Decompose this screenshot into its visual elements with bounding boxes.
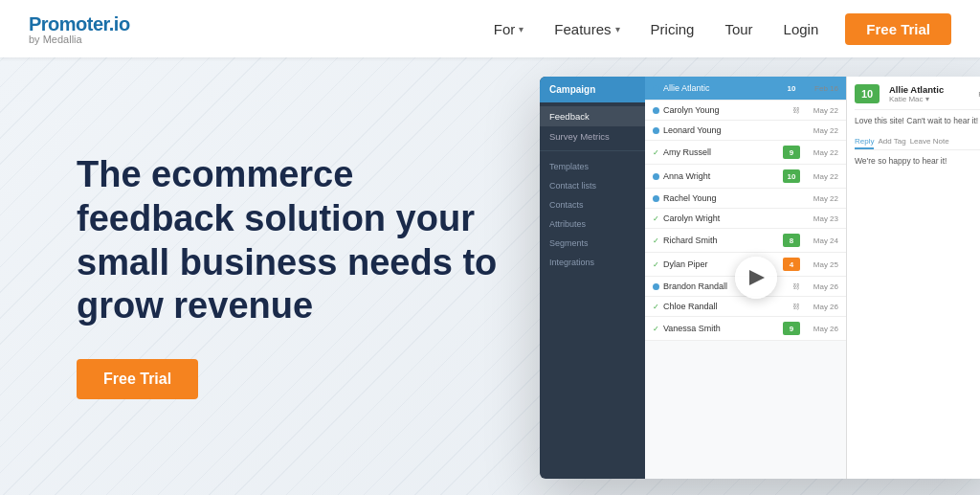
contact-name: Richard Smith — [663, 236, 779, 245]
hero-section: The ecommerce feedback solution your sma… — [0, 57, 980, 495]
app-sidebar: Campaign Feedback Survey Metrics Templat… — [540, 77, 645, 479]
sidebar-section-feedback: Feedback Survey Metrics — [540, 102, 645, 151]
contact-date: May 22 — [804, 194, 838, 203]
play-icon — [749, 270, 765, 285]
contact-dot — [653, 127, 659, 134]
logo: Promoter.io by Medallia — [29, 13, 130, 45]
contact-date: May 26 — [804, 303, 838, 311]
table-row[interactable]: Leonard Young May 22 — [645, 121, 846, 141]
chevron-down-icon: ▾ — [519, 24, 523, 34]
sidebar-link-segments[interactable]: Segments — [540, 234, 645, 253]
contact-date: May 26 — [804, 325, 838, 333]
contact-date: May 22 — [804, 172, 838, 181]
panel-contact-name: Allie Atlantic — [889, 84, 944, 95]
contact-date: May 22 — [804, 148, 838, 157]
panel-contact-sub: Katie Mac ▾ — [889, 95, 944, 103]
check-icon: ✓ — [653, 214, 659, 223]
table-row[interactable]: ✓ Carolyn Wright May 23 — [645, 209, 846, 229]
contact-date: May 24 — [804, 236, 838, 245]
contact-dot — [653, 107, 659, 114]
nav-for-label: For — [494, 21, 516, 37]
logo-name: Promoter.io — [29, 13, 130, 35]
play-button[interactable] — [735, 257, 777, 299]
contact-name: Anna Wright — [663, 171, 779, 181]
check-icon: ✓ — [653, 260, 659, 269]
nav-tour[interactable]: Tour — [713, 15, 764, 43]
contact-score: 9 — [783, 146, 800, 159]
table-row[interactable]: ✓ Amy Russell 9 May 22 — [645, 141, 846, 165]
check-icon: ✓ — [653, 325, 659, 333]
nav-for[interactable]: For ▾ — [482, 15, 536, 43]
contact-score: 10 — [783, 169, 800, 183]
nav-features-label: Features — [554, 21, 611, 37]
nav-features[interactable]: Features ▾ — [543, 15, 631, 43]
contact-name: Leonard Young — [663, 125, 800, 135]
sidebar-header: Campaign — [540, 77, 645, 102]
tab-leave-note[interactable]: Leave Note — [910, 135, 949, 149]
nav-login-label: Login — [784, 21, 819, 37]
contact-date: May 26 — [804, 282, 838, 291]
header-name: Allie Atlantic — [663, 83, 779, 93]
contact-dot — [653, 173, 659, 180]
contact-icons: ⛓ — [792, 282, 800, 291]
panel-reply-text: We're so happy to hear it! — [855, 156, 980, 166]
contact-date: May 22 — [804, 126, 838, 135]
contact-list-header: Allie Atlantic 10 Feb 16 — [645, 77, 846, 101]
contact-date: May 25 — [804, 260, 838, 269]
contact-score: 8 — [783, 234, 800, 247]
nav-free-trial-button[interactable]: Free Trial — [845, 13, 951, 45]
table-row[interactable]: Rachel Young May 22 — [645, 189, 846, 209]
panel-tabs: Reply Add Tag Leave Note — [855, 135, 980, 150]
contact-dot — [653, 283, 659, 290]
table-row[interactable]: ✓ Chloe Randall ⛓ May 26 — [645, 297, 846, 317]
sidebar-item-survey-metrics[interactable]: Survey Metrics — [540, 126, 645, 146]
contact-icons: ⛓ — [792, 106, 800, 115]
sidebar-link-templates[interactable]: Templates — [540, 157, 645, 176]
sidebar-link-integrations[interactable]: Integrations — [540, 253, 645, 272]
sidebar-link-contact-lists[interactable]: Contact lists — [540, 176, 645, 195]
nav-tour-label: Tour — [724, 21, 752, 37]
panel-message: Love this site! Can't wait to hear it! — [855, 116, 980, 127]
main-nav: For ▾ Features ▾ Pricing Tour Login Free… — [482, 13, 951, 45]
contact-dot — [653, 195, 659, 202]
hero-free-trial-button[interactable]: Free Trial — [77, 359, 198, 399]
contact-score: 9 — [783, 322, 800, 335]
header: Promoter.io by Medallia For ▾ Features ▾… — [0, 0, 980, 57]
header-dot — [653, 85, 659, 92]
sidebar-link-attributes[interactable]: Attributes — [540, 214, 645, 234]
chevron-down-icon: ▾ — [615, 24, 620, 34]
contact-icons: ⛓ — [792, 303, 800, 311]
hero-content: The ecommerce feedback solution your sma… — [77, 153, 498, 398]
contact-date: May 23 — [804, 214, 838, 223]
table-row[interactable]: ✓ Vanessa Smith 9 May 26 — [645, 317, 846, 341]
logo-sub: by Medallia — [29, 34, 82, 45]
contact-name: Amy Russell — [663, 147, 779, 157]
contact-name: Rachel Young — [663, 193, 800, 203]
check-icon: ✓ — [653, 303, 659, 311]
sidebar-item-feedback[interactable]: Feedback — [540, 106, 645, 126]
tab-reply[interactable]: Reply — [855, 135, 874, 149]
table-row[interactable]: Anna Wright 10 May 22 — [645, 165, 846, 189]
contact-name: Carolyn Wright — [663, 214, 800, 223]
hero-title: The ecommerce feedback solution your sma… — [77, 153, 498, 327]
app-screenshot: Campaign Feedback Survey Metrics Templat… — [540, 77, 980, 479]
contact-date: May 22 — [804, 106, 838, 115]
tab-add-tag[interactable]: Add Tag — [878, 135, 905, 149]
check-icon: ✓ — [653, 236, 659, 245]
nav-pricing[interactable]: Pricing — [639, 15, 706, 43]
table-row[interactable]: Carolyn Young ⛓ May 22 — [645, 101, 846, 121]
contact-name: Vanessa Smith — [663, 324, 779, 333]
panel-contact-header: 10 Allie Atlantic Katie Mac ▾ Feb — [855, 84, 980, 110]
sidebar-section-links: Templates Contact lists Contacts Attribu… — [540, 151, 645, 278]
app-right-panel: 10 Allie Atlantic Katie Mac ▾ Feb Love t… — [846, 77, 980, 479]
sidebar-link-contacts[interactable]: Contacts — [540, 195, 645, 214]
contact-name: Chloe Randall — [663, 302, 789, 311]
app-mock: Campaign Feedback Survey Metrics Templat… — [540, 77, 980, 479]
table-row[interactable]: ✓ Richard Smith 8 May 24 — [645, 229, 846, 253]
check-icon: ✓ — [653, 148, 659, 157]
contact-score: 4 — [783, 258, 800, 271]
nav-login[interactable]: Login — [772, 15, 831, 43]
header-score: 10 — [783, 81, 800, 95]
header-date: Feb 16 — [804, 84, 838, 93]
panel-score: 10 — [855, 84, 880, 103]
